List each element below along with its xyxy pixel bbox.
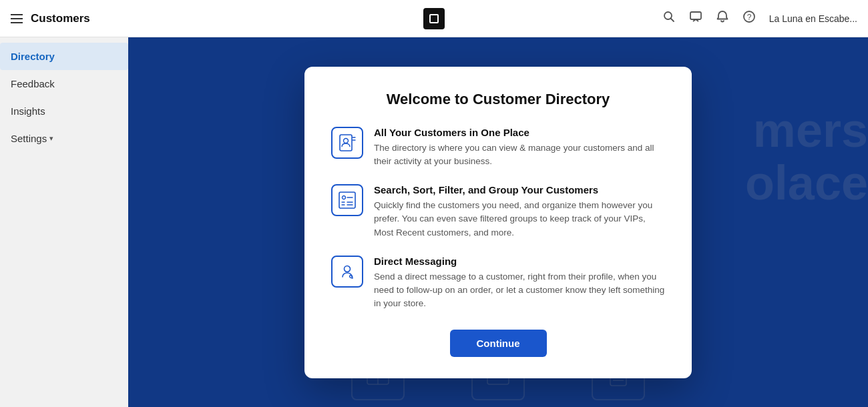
page-title: Customers <box>31 12 90 25</box>
chevron-down-icon: ▾ <box>49 134 53 143</box>
feature-icon-direct-messaging <box>331 256 363 288</box>
square-logo-inner <box>429 14 439 23</box>
modal-footer: Continue <box>331 330 665 357</box>
feature-desc-all-customers: The directory is where you can view & ma… <box>374 141 665 169</box>
main-content: mers, olace. <box>128 37 868 407</box>
main-layout: Directory Feedback Insights Settings ▾ m… <box>0 37 868 407</box>
feature-icon-search-sort <box>331 184 363 216</box>
feature-content-direct-messaging: Direct Messaging Send a direct message t… <box>374 256 665 311</box>
feature-desc-search-sort: Quickly find the customers you need, and… <box>374 199 665 240</box>
modal-title: Welcome to Customer Directory <box>331 91 665 108</box>
feature-title-all-customers: All Your Customers in One Place <box>374 127 665 138</box>
square-logo <box>423 8 445 29</box>
nav-left: Customers <box>11 12 90 25</box>
sidebar: Directory Feedback Insights Settings ▾ <box>0 37 128 407</box>
feature-desc-direct-messaging: Send a direct message to a customer, rig… <box>374 270 665 311</box>
feature-item-direct-messaging: Direct Messaging Send a direct message t… <box>331 256 665 311</box>
user-label[interactable]: La Luna en Escabe... <box>769 13 857 24</box>
feature-content-search-sort: Search, Sort, Filter, and Group Your Cus… <box>374 184 665 240</box>
messages-icon[interactable] <box>689 10 702 27</box>
svg-rect-19 <box>339 192 355 208</box>
svg-rect-2 <box>690 12 701 19</box>
search-icon[interactable] <box>662 10 676 27</box>
feature-title-direct-messaging: Direct Messaging <box>374 256 665 267</box>
feature-icon-all-customers <box>331 127 363 159</box>
svg-point-16 <box>344 138 349 143</box>
svg-point-20 <box>343 196 346 199</box>
sidebar-item-settings[interactable]: Settings ▾ <box>0 125 128 152</box>
continue-button[interactable]: Continue <box>450 330 547 357</box>
svg-line-1 <box>670 19 674 22</box>
nav-right: ? La Luna en Escabe... <box>662 10 857 27</box>
feature-item-search-sort: Search, Sort, Filter, and Group Your Cus… <box>331 184 665 240</box>
top-navigation: Customers ? <box>0 0 868 37</box>
svg-text:?: ? <box>746 13 751 22</box>
feature-content-all-customers: All Your Customers in One Place The dire… <box>374 127 665 169</box>
welcome-modal: Welcome to Customer Directory All Y <box>304 67 692 378</box>
feature-title-search-sort: Search, Sort, Filter, and Group Your Cus… <box>374 184 665 195</box>
menu-icon[interactable] <box>11 14 23 23</box>
logo-area <box>423 8 445 29</box>
svg-point-26 <box>345 266 351 272</box>
modal-overlay: Welcome to Customer Directory All Y <box>128 37 868 407</box>
notifications-icon[interactable] <box>716 10 729 27</box>
sidebar-item-insights[interactable]: Insights <box>0 97 128 125</box>
help-icon[interactable]: ? <box>742 10 756 27</box>
sidebar-item-feedback[interactable]: Feedback <box>0 70 128 97</box>
sidebar-item-directory[interactable]: Directory <box>0 43 128 70</box>
feature-item-all-customers: All Your Customers in One Place The dire… <box>331 127 665 169</box>
